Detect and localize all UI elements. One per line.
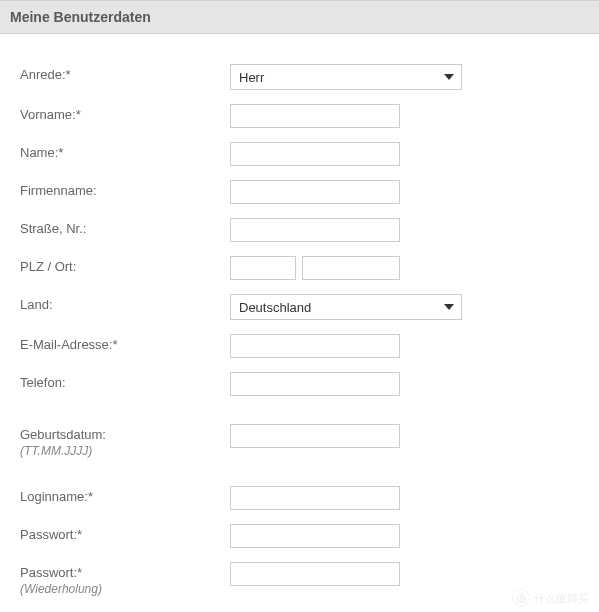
country-value: Deutschland xyxy=(230,294,462,320)
hint-geburtsdatum: (TT.MM.JJJJ) xyxy=(20,444,230,458)
label-firmenname: Firmenname: xyxy=(20,180,230,198)
row-anrede: Anrede:* Herr xyxy=(20,64,579,90)
password-repeat-input[interactable] xyxy=(230,562,400,586)
salutation-select[interactable]: Herr xyxy=(230,64,462,90)
row-loginname: Loginname:* xyxy=(20,486,579,510)
label-email: E-Mail-Adresse:* xyxy=(20,334,230,352)
phone-input[interactable] xyxy=(230,372,400,396)
salutation-value: Herr xyxy=(230,64,462,90)
row-email: E-Mail-Adresse:* xyxy=(20,334,579,358)
hint-passwort2: (Wiederholung) xyxy=(20,582,230,596)
label-anrede: Anrede:* xyxy=(20,64,230,82)
row-land: Land: Deutschland xyxy=(20,294,579,320)
lastname-input[interactable] xyxy=(230,142,400,166)
label-land: Land: xyxy=(20,294,230,312)
row-telefon: Telefon: xyxy=(20,372,579,396)
row-firmenname: Firmenname: xyxy=(20,180,579,204)
label-passwort: Passwort:* xyxy=(20,524,230,542)
label-passwort2: Passwort:* (Wiederholung) xyxy=(20,562,230,596)
birthdate-input[interactable] xyxy=(230,424,400,448)
country-select[interactable]: Deutschland xyxy=(230,294,462,320)
firstname-input[interactable] xyxy=(230,104,400,128)
label-geburtsdatum: Geburtsdatum: (TT.MM.JJJJ) xyxy=(20,424,230,458)
loginname-input[interactable] xyxy=(230,486,400,510)
label-plzort: PLZ / Ort: xyxy=(20,256,230,274)
label-passwort2-text: Passwort:* xyxy=(20,565,82,580)
zip-input[interactable] xyxy=(230,256,296,280)
section-title: Meine Benutzerdaten xyxy=(10,9,589,25)
row-name: Name:* xyxy=(20,142,579,166)
row-plzort: PLZ / Ort: xyxy=(20,256,579,280)
row-passwort2: Passwort:* (Wiederholung) xyxy=(20,562,579,596)
password-input[interactable] xyxy=(230,524,400,548)
label-strasse: Straße, Nr.: xyxy=(20,218,230,236)
label-name: Name:* xyxy=(20,142,230,160)
label-telefon: Telefon: xyxy=(20,372,230,390)
user-data-form: Anrede:* Herr Vorname:* Name:* Firmennam… xyxy=(0,34,599,612)
street-input[interactable] xyxy=(230,218,400,242)
label-vorname: Vorname:* xyxy=(20,104,230,122)
row-vorname: Vorname:* xyxy=(20,104,579,128)
row-geburtsdatum: Geburtsdatum: (TT.MM.JJJJ) xyxy=(20,424,579,458)
row-passwort: Passwort:* xyxy=(20,524,579,548)
email-input[interactable] xyxy=(230,334,400,358)
city-input[interactable] xyxy=(302,256,400,280)
label-loginname: Loginname:* xyxy=(20,486,230,504)
section-header: Meine Benutzerdaten xyxy=(0,0,599,34)
company-input[interactable] xyxy=(230,180,400,204)
label-geburtsdatum-text: Geburtsdatum: xyxy=(20,427,106,442)
row-strasse: Straße, Nr.: xyxy=(20,218,579,242)
